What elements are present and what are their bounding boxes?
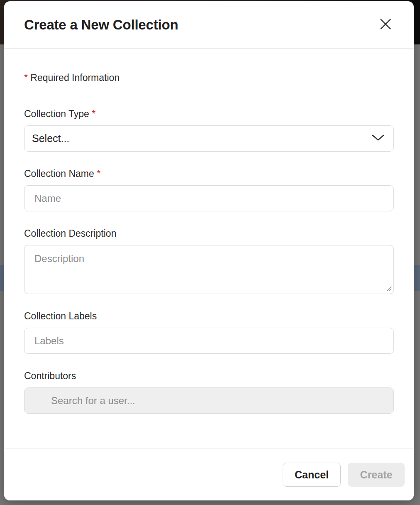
collection-description-label: Collection Description bbox=[24, 228, 394, 239]
required-asterisk: * bbox=[24, 72, 28, 83]
modal-header: Create a New Collection bbox=[4, 1, 414, 49]
collection-name-required-asterisk: * bbox=[97, 168, 100, 179]
modal-footer: Cancel Create bbox=[4, 449, 414, 500]
collection-type-select[interactable]: Select... bbox=[24, 125, 394, 152]
collection-name-label-text: Collection Name bbox=[24, 168, 94, 179]
collection-labels-input[interactable] bbox=[24, 328, 394, 354]
field-contributors: Contributors bbox=[24, 370, 394, 414]
field-collection-name: Collection Name * bbox=[24, 168, 394, 211]
field-collection-description: Collection Description bbox=[24, 228, 394, 294]
collection-type-selected-value: Select... bbox=[32, 132, 69, 145]
collection-name-label: Collection Name * bbox=[24, 168, 394, 179]
collection-type-required-asterisk: * bbox=[92, 108, 95, 119]
field-collection-type: Collection Type * Select... bbox=[24, 108, 394, 152]
modal-title: Create a New Collection bbox=[24, 17, 178, 33]
collection-type-label-text: Collection Type bbox=[24, 108, 89, 119]
contributors-search-input[interactable] bbox=[24, 387, 394, 414]
collection-name-input[interactable] bbox=[24, 185, 394, 211]
modal-body: * Required Information Collection Type *… bbox=[4, 72, 414, 414]
close-button[interactable] bbox=[376, 16, 395, 34]
create-button[interactable]: Create bbox=[348, 463, 405, 487]
field-collection-labels: Collection Labels bbox=[24, 311, 394, 354]
required-note-text: Required Information bbox=[30, 72, 120, 83]
contributors-label: Contributors bbox=[24, 370, 394, 382]
collection-labels-label: Collection Labels bbox=[24, 311, 394, 322]
create-collection-modal: Create a New Collection * Required Infor… bbox=[4, 1, 414, 500]
close-icon bbox=[379, 18, 392, 32]
textarea-resize-handle-icon[interactable] bbox=[386, 285, 392, 292]
required-information-note: * Required Information bbox=[24, 72, 394, 83]
collection-type-label: Collection Type * bbox=[24, 108, 394, 120]
chevron-down-icon bbox=[372, 135, 384, 143]
collection-description-textarea[interactable] bbox=[24, 245, 394, 294]
cancel-button[interactable]: Cancel bbox=[283, 463, 341, 487]
